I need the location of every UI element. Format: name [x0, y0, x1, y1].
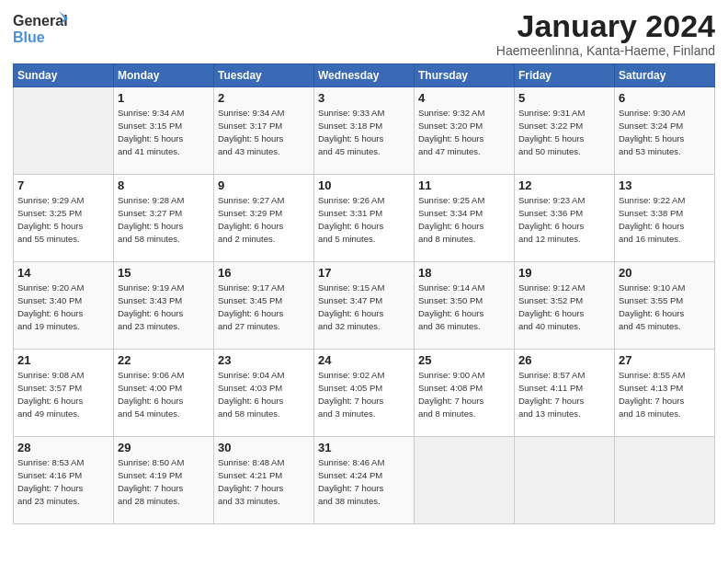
- day-cell: 27Sunrise: 8:55 AMSunset: 4:13 PMDayligh…: [615, 350, 715, 437]
- calendar-table: SundayMondayTuesdayWednesdayThursdayFrid…: [13, 63, 715, 524]
- location-subtitle: Haemeenlinna, Kanta-Haeme, Finland: [496, 43, 715, 58]
- day-info: Sunrise: 9:29 AMSunset: 3:25 PMDaylight:…: [17, 194, 109, 245]
- day-number: 29: [118, 441, 210, 454]
- day-number: 20: [619, 266, 711, 280]
- day-cell: 9Sunrise: 9:27 AMSunset: 3:29 PMDaylight…: [214, 175, 314, 262]
- day-number: 26: [518, 353, 610, 367]
- col-header-wednesday: Wednesday: [314, 64, 415, 87]
- header: GeneralBlue January 2024 Haemeenlinna, K…: [13, 9, 715, 58]
- day-cell: 6Sunrise: 9:30 AMSunset: 3:24 PMDaylight…: [615, 87, 715, 175]
- day-cell: 1Sunrise: 9:34 AMSunset: 3:15 PMDaylight…: [114, 87, 214, 175]
- day-cell: 29Sunrise: 8:50 AMSunset: 4:19 PMDayligh…: [114, 437, 214, 524]
- day-number: 16: [218, 266, 310, 280]
- col-header-monday: Monday: [114, 64, 214, 87]
- day-number: 23: [218, 353, 310, 367]
- day-number: 12: [518, 178, 610, 192]
- day-info: Sunrise: 9:30 AMSunset: 3:24 PMDaylight:…: [619, 107, 711, 157]
- week-row-1: 1Sunrise: 9:34 AMSunset: 3:15 PMDaylight…: [14, 87, 715, 175]
- day-cell: 7Sunrise: 9:29 AMSunset: 3:25 PMDaylight…: [14, 175, 114, 262]
- day-number: 19: [518, 266, 610, 280]
- day-cell: 11Sunrise: 9:25 AMSunset: 3:34 PMDayligh…: [415, 175, 515, 262]
- day-info: Sunrise: 9:28 AMSunset: 3:27 PMDaylight:…: [118, 194, 210, 245]
- day-info: Sunrise: 8:57 AMSunset: 4:11 PMDaylight:…: [518, 369, 610, 419]
- day-number: 30: [218, 441, 310, 454]
- day-info: Sunrise: 8:50 AMSunset: 4:19 PMDaylight:…: [118, 456, 210, 507]
- title-block: January 2024 Haemeenlinna, Kanta-Haeme, …: [496, 9, 715, 58]
- day-info: Sunrise: 9:23 AMSunset: 3:36 PMDaylight:…: [518, 194, 610, 245]
- day-number: 15: [118, 266, 210, 280]
- day-info: Sunrise: 8:46 AMSunset: 4:24 PMDaylight:…: [318, 456, 410, 507]
- day-number: 18: [418, 266, 510, 280]
- day-cell: 8Sunrise: 9:28 AMSunset: 3:27 PMDaylight…: [114, 175, 214, 262]
- day-info: Sunrise: 8:48 AMSunset: 4:21 PMDaylight:…: [218, 456, 310, 507]
- day-info: Sunrise: 9:34 AMSunset: 3:17 PMDaylight:…: [218, 107, 310, 157]
- col-header-sunday: Sunday: [14, 64, 114, 87]
- day-info: Sunrise: 9:10 AMSunset: 3:55 PMDaylight:…: [619, 282, 711, 332]
- day-cell: 4Sunrise: 9:32 AMSunset: 3:20 PMDaylight…: [415, 87, 515, 175]
- day-number: 9: [218, 178, 310, 192]
- logo: GeneralBlue: [13, 9, 68, 46]
- week-row-4: 21Sunrise: 9:08 AMSunset: 3:57 PMDayligh…: [14, 350, 715, 437]
- day-cell: 25Sunrise: 9:00 AMSunset: 4:08 PMDayligh…: [415, 350, 515, 437]
- day-cell: [14, 87, 114, 175]
- day-info: Sunrise: 9:22 AMSunset: 3:38 PMDaylight:…: [619, 194, 711, 245]
- day-info: Sunrise: 9:15 AMSunset: 3:47 PMDaylight:…: [318, 282, 410, 332]
- day-cell: [615, 437, 715, 524]
- col-header-thursday: Thursday: [415, 64, 515, 87]
- day-cell: 26Sunrise: 8:57 AMSunset: 4:11 PMDayligh…: [515, 350, 615, 437]
- day-cell: 21Sunrise: 9:08 AMSunset: 3:57 PMDayligh…: [14, 350, 114, 437]
- day-cell: 3Sunrise: 9:33 AMSunset: 3:18 PMDaylight…: [314, 87, 415, 175]
- day-cell: 28Sunrise: 8:53 AMSunset: 4:16 PMDayligh…: [14, 437, 114, 524]
- day-number: 2: [218, 91, 310, 105]
- day-info: Sunrise: 8:53 AMSunset: 4:16 PMDaylight:…: [17, 456, 109, 507]
- day-info: Sunrise: 9:32 AMSunset: 3:20 PMDaylight:…: [418, 107, 510, 157]
- day-cell: 14Sunrise: 9:20 AMSunset: 3:40 PMDayligh…: [14, 262, 114, 350]
- day-number: 22: [118, 353, 210, 367]
- day-cell: 30Sunrise: 8:48 AMSunset: 4:21 PMDayligh…: [214, 437, 314, 524]
- day-number: 5: [518, 91, 610, 105]
- day-cell: 31Sunrise: 8:46 AMSunset: 4:24 PMDayligh…: [314, 437, 415, 524]
- svg-text:Blue: Blue: [13, 29, 45, 45]
- month-title: January 2024: [496, 9, 715, 43]
- day-info: Sunrise: 9:02 AMSunset: 4:05 PMDaylight:…: [318, 369, 410, 419]
- col-header-saturday: Saturday: [615, 64, 715, 87]
- day-number: 10: [318, 178, 410, 192]
- svg-text:General: General: [13, 13, 68, 29]
- day-info: Sunrise: 9:08 AMSunset: 3:57 PMDaylight:…: [17, 369, 109, 419]
- page: GeneralBlue January 2024 Haemeenlinna, K…: [0, 0, 728, 563]
- col-header-friday: Friday: [515, 64, 615, 87]
- day-number: 21: [17, 353, 109, 367]
- day-cell: 18Sunrise: 9:14 AMSunset: 3:50 PMDayligh…: [415, 262, 515, 350]
- day-cell: 23Sunrise: 9:04 AMSunset: 4:03 PMDayligh…: [214, 350, 314, 437]
- day-info: Sunrise: 9:06 AMSunset: 4:00 PMDaylight:…: [118, 369, 210, 419]
- day-info: Sunrise: 9:17 AMSunset: 3:45 PMDaylight:…: [218, 282, 310, 332]
- day-number: 8: [118, 178, 210, 192]
- day-info: Sunrise: 9:04 AMSunset: 4:03 PMDaylight:…: [218, 369, 310, 419]
- day-info: Sunrise: 9:33 AMSunset: 3:18 PMDaylight:…: [318, 107, 410, 157]
- day-cell: 12Sunrise: 9:23 AMSunset: 3:36 PMDayligh…: [515, 175, 615, 262]
- day-number: 14: [17, 266, 109, 280]
- day-cell: 15Sunrise: 9:19 AMSunset: 3:43 PMDayligh…: [114, 262, 214, 350]
- day-cell: 19Sunrise: 9:12 AMSunset: 3:52 PMDayligh…: [515, 262, 615, 350]
- day-number: 24: [318, 353, 410, 367]
- week-row-5: 28Sunrise: 8:53 AMSunset: 4:16 PMDayligh…: [14, 437, 715, 524]
- day-info: Sunrise: 9:27 AMSunset: 3:29 PMDaylight:…: [218, 194, 310, 245]
- day-info: Sunrise: 9:12 AMSunset: 3:52 PMDaylight:…: [518, 282, 610, 332]
- day-info: Sunrise: 9:20 AMSunset: 3:40 PMDaylight:…: [17, 282, 109, 332]
- day-info: Sunrise: 9:19 AMSunset: 3:43 PMDaylight:…: [118, 282, 210, 332]
- day-number: 17: [318, 266, 410, 280]
- day-info: Sunrise: 9:25 AMSunset: 3:34 PMDaylight:…: [418, 194, 510, 245]
- day-number: 6: [619, 91, 711, 105]
- day-cell: 20Sunrise: 9:10 AMSunset: 3:55 PMDayligh…: [615, 262, 715, 350]
- logo-svg: GeneralBlue: [13, 9, 68, 46]
- day-cell: 13Sunrise: 9:22 AMSunset: 3:38 PMDayligh…: [615, 175, 715, 262]
- day-cell: 10Sunrise: 9:26 AMSunset: 3:31 PMDayligh…: [314, 175, 415, 262]
- day-cell: 24Sunrise: 9:02 AMSunset: 4:05 PMDayligh…: [314, 350, 415, 437]
- day-number: 28: [17, 441, 109, 454]
- col-header-tuesday: Tuesday: [214, 64, 314, 87]
- day-cell: 17Sunrise: 9:15 AMSunset: 3:47 PMDayligh…: [314, 262, 415, 350]
- day-info: Sunrise: 9:26 AMSunset: 3:31 PMDaylight:…: [318, 194, 410, 245]
- day-cell: [515, 437, 615, 524]
- day-number: 7: [17, 178, 109, 192]
- day-info: Sunrise: 9:34 AMSunset: 3:15 PMDaylight:…: [118, 107, 210, 157]
